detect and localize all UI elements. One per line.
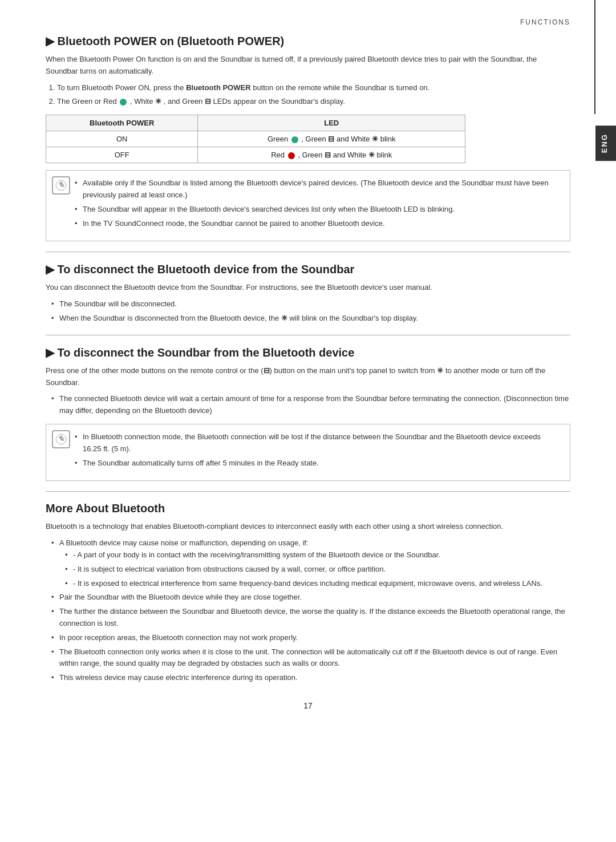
section4-bullets: A Bluetooth device may cause noise or ma… — [51, 537, 570, 684]
red-circle-icon — [288, 152, 295, 159]
bullet-item: This wireless device may cause electric … — [51, 672, 570, 684]
note-item: The Soundbar will appear in the Bluetoot… — [75, 204, 561, 216]
divider-3 — [46, 491, 570, 492]
bullet-item: When the Soundbar is disconnected from t… — [51, 313, 570, 325]
note-box-2: ✎ In Bluetooth connection mode, the Blue… — [46, 424, 570, 481]
sub-bullets: - A part of your body is in contact with… — [65, 549, 570, 589]
side-tab: ENG — [595, 126, 616, 161]
bullet-item: The Soundbar will be disconnected. — [51, 298, 570, 310]
table-cell-off: OFF — [46, 147, 198, 163]
bullet-item: The further the distance between the Sou… — [51, 606, 570, 630]
section4-title: More About Bluetooth — [46, 502, 570, 515]
section-bluetooth-power: ▶ Bluetooth POWER on (Bluetooth POWER) W… — [46, 34, 570, 241]
note-item: In the TV SoundConnect mode, the Soundba… — [75, 218, 561, 230]
table-row: ON Green , Green ⊟ and White ✳ blink — [46, 131, 465, 147]
note-box-1: ✎ Available only if the Soundbar is list… — [46, 170, 570, 241]
note-item: The Soundbar automatically turns off aft… — [75, 458, 561, 469]
note-icon-2: ✎ — [52, 430, 70, 448]
table-header-row: Bluetooth POWER LED — [46, 115, 465, 131]
section3-title: ▶ To disconnect the Soundbar from the Bl… — [46, 346, 570, 359]
divider-2 — [46, 335, 570, 335]
table-header-led: LED — [198, 115, 465, 131]
section4-intro: Bluetooth is a technology that enables B… — [46, 521, 570, 533]
table-row: OFF Red , Green ⊟ and White ✳ blink — [46, 147, 465, 163]
section2-title: ▶ To disconnect the Bluetooth device fro… — [46, 262, 570, 276]
section1-steps: To turn Bluetooth Power ON, press the Bl… — [57, 82, 570, 108]
bullet-item: In poor reception areas, the Bluetooth c… — [51, 632, 570, 644]
svg-text:✎: ✎ — [58, 181, 64, 189]
note-icon: ✎ — [52, 176, 70, 195]
table-cell-on-led: Green , Green ⊟ and White ✳ blink — [198, 131, 465, 147]
sub-bullet-item: - It is exposed to electrical interferen… — [65, 578, 570, 590]
table-cell-off-led: Red , Green ⊟ and White ✳ blink — [198, 147, 465, 163]
section2-bullets: The Soundbar will be disconnected. When … — [51, 298, 570, 325]
bullet-item: The connected Bluetooth device will wait… — [51, 393, 570, 417]
section1-intro: When the Bluetooth Power On function is … — [46, 54, 570, 78]
section-disconnect-soundbar: ▶ To disconnect the Soundbar from the Bl… — [46, 346, 570, 481]
note-item: Available only if the Soundbar is listed… — [75, 177, 561, 201]
table-cell-on: ON — [46, 131, 198, 147]
note-list-1: Available only if the Soundbar is listed… — [75, 177, 561, 229]
section3-intro: Press one of the other mode buttons on t… — [46, 365, 570, 389]
step-2: The Green or Red , White ✳ , and Green ⊟… — [57, 96, 570, 108]
page-number: 17 — [46, 701, 570, 710]
section-disconnect-device: ▶ To disconnect the Bluetooth device fro… — [46, 262, 570, 324]
page: ENG FUNCTIONS ▶ Bluetooth POWER on (Blue… — [0, 0, 616, 744]
svg-text:✎: ✎ — [58, 435, 64, 443]
section2-intro: You can disconnect the Bluetooth device … — [46, 282, 570, 294]
green-circle-icon — [120, 99, 127, 106]
sub-bullet-item: - A part of your body is in contact with… — [65, 549, 570, 561]
functions-label: FUNCTIONS — [520, 18, 570, 26]
bullet-item: A Bluetooth device may cause noise or ma… — [51, 537, 570, 589]
note-item: In Bluetooth connection mode, the Blueto… — [75, 431, 561, 455]
section3-bullets: The connected Bluetooth device will wait… — [51, 393, 570, 417]
section-more-bluetooth: More About Bluetooth Bluetooth is a tech… — [46, 502, 570, 684]
step-1: To turn Bluetooth Power ON, press the Bl… — [57, 82, 570, 94]
led-table: Bluetooth POWER LED ON Green , Green ⊟ a… — [46, 115, 465, 163]
divider-1 — [46, 252, 570, 252]
table-header-power: Bluetooth POWER — [46, 115, 198, 131]
bullet-item: The Bluetooth connection only works when… — [51, 646, 570, 670]
note-list-2: In Bluetooth connection mode, the Blueto… — [75, 431, 561, 469]
green-circle-icon — [291, 136, 298, 143]
bullet-item: Pair the Soundbar with the Bluetooth dev… — [51, 592, 570, 604]
sub-bullet-item: - It is subject to electrical variation … — [65, 564, 570, 576]
section1-title: ▶ Bluetooth POWER on (Bluetooth POWER) — [46, 34, 570, 48]
right-border — [594, 0, 595, 114]
